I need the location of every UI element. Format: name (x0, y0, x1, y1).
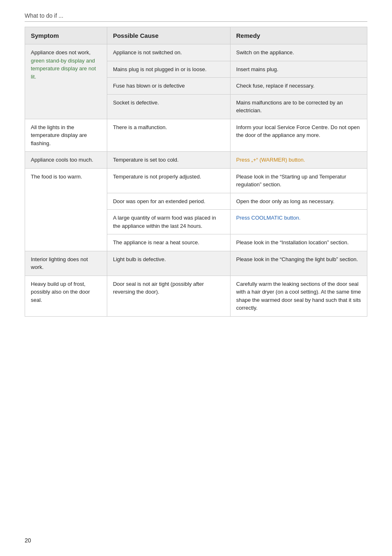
page-number: 20 (25, 537, 31, 544)
cause-cell: Door was open for an extended period. (107, 193, 230, 210)
symptom-cell: Heavy build up of frost, possibly also o… (25, 276, 107, 316)
symptom-cell: Interior lighting does not work. (25, 251, 107, 276)
cause-cell: Mains plug is not plugged in or is loose… (107, 61, 230, 78)
col-remedy: Remedy (230, 27, 367, 44)
remedy-cell: Check fuse, replace if necessary. (230, 78, 367, 95)
remedy-cell: Press „+“ (WARMER) button. (230, 152, 367, 169)
col-cause: Possible Cause (107, 27, 230, 44)
remedy-cell: Please look in the “Changing the light b… (230, 251, 367, 276)
cause-cell: Temperature is not properly adjusted. (107, 168, 230, 193)
cause-cell: Light bulb is defective. (107, 251, 230, 276)
col-symptom: Symptom (25, 27, 107, 44)
cause-cell: Appliance is not switched on. (107, 44, 230, 61)
remedy-cell: Insert mains plug. (230, 61, 367, 78)
cause-cell: The appliance is near a heat source. (107, 234, 230, 251)
symptom-cell: The food is too warm. (25, 168, 107, 251)
remedy-cell: Carefully warm the leaking sections of t… (230, 276, 367, 316)
table-row: Interior lighting does not work. Light b… (25, 251, 367, 276)
cause-cell: There is a malfunction. (107, 119, 230, 152)
cause-cell: A large quantity of warm food was placed… (107, 210, 230, 234)
table-row: The food is too warm. Temperature is not… (25, 168, 367, 193)
remedy-link: Press „+“ (WARMER) button. (236, 157, 305, 163)
symptom-cell: Appliance cools too much. (25, 152, 107, 169)
table-row: All the lights in the temperature displa… (25, 119, 367, 152)
remedy-cell: Press COOLMATIC button. (230, 210, 367, 234)
cause-cell: Door seal is not air tight (possibly aft… (107, 276, 230, 316)
remedy-cell: Please look in the “Starting up and Temp… (230, 168, 367, 193)
cause-cell: Temperature is set too cold. (107, 152, 230, 169)
remedy-link: Press COOLMATIC button. (236, 215, 301, 221)
remedy-cell: Please look in the “Installation locatio… (230, 234, 367, 251)
green-text: green stand-by display and temperature d… (31, 58, 96, 80)
symptom-cell: Appliance does not work, green stand-by … (25, 44, 107, 119)
remedy-cell: Inform your local Service Force Centre. … (230, 119, 367, 152)
cause-cell: Socket is defective. (107, 94, 230, 119)
table-row: Appliance does not work, green stand-by … (25, 44, 367, 61)
remedy-cell: Mains malfunctions are to be corrected b… (230, 94, 367, 119)
page-header: What to do if ... (25, 12, 367, 22)
table-row: Appliance cools too much. Temperature is… (25, 152, 367, 169)
remedy-cell: Open the door only as long as necessary. (230, 193, 367, 210)
page-title: What to do if ... (25, 12, 63, 19)
cause-cell: Fuse has blown or is defective (107, 78, 230, 95)
remedy-cell: Switch on the appliance. (230, 44, 367, 61)
troubleshoot-table: Symptom Possible Cause Remedy Appliance … (25, 27, 367, 317)
symptom-cell: All the lights in the temperature displa… (25, 119, 107, 152)
table-row: Heavy build up of frost, possibly also o… (25, 276, 367, 316)
